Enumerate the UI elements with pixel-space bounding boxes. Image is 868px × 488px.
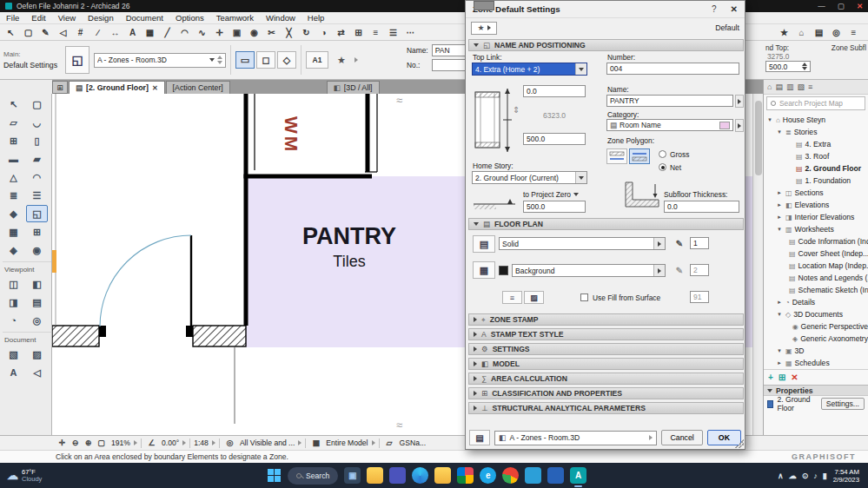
project-map-search[interactable]: Search Project Map [766, 96, 865, 110]
organizer-icon[interactable]: ≡ [845, 25, 862, 39]
arc-tool-icon[interactable]: ◠ [176, 25, 193, 39]
onedrive-icon[interactable] [547, 467, 564, 484]
fill-type-button[interactable]: ▤ [473, 235, 495, 253]
tree-item[interactable]: ▾ ◇ 3D Documents [765, 308, 868, 320]
onedrive-tray-icon[interactable]: ☁ [789, 472, 797, 480]
rotate-icon[interactable]: ↻ [298, 25, 315, 39]
scale-value[interactable]: 1:48 [194, 439, 209, 447]
cover-fill-hatch-button[interactable]: ▨ [524, 291, 544, 304]
volume-icon[interactable]: ♪ [813, 472, 818, 480]
layouts-icon[interactable]: ▤ [811, 25, 827, 39]
zone-number-field[interactable]: 004 [606, 63, 739, 75]
subfloor-thickness-field[interactable]: 0.0 [664, 201, 739, 213]
layer-combination-value[interactable]: All Visible and ... [240, 439, 295, 447]
fill-pattern-dropdown[interactable]: Solid [499, 237, 666, 250]
zoom-in-icon[interactable]: ⊕ [82, 438, 95, 449]
file-explorer-icon[interactable] [367, 467, 383, 484]
tree-expand-icon[interactable]: ▾ [776, 226, 783, 233]
dialog-close-icon[interactable]: ✕ [731, 4, 738, 14]
default-settings-label[interactable]: Default Settings [3, 61, 61, 69]
section-name-and-positioning[interactable]: ◱NAME AND POSITIONING [468, 39, 744, 51]
add-palette-icon[interactable]: + [768, 373, 773, 382]
tree-expand-icon[interactable]: ▾ [766, 116, 773, 123]
category-dropdown[interactable]: ▤ Room Name [606, 119, 733, 131]
archicad-icon[interactable]: A [570, 467, 586, 484]
transfer-settings-button[interactable]: ▤ [469, 430, 490, 445]
story-settings-button[interactable]: Settings... [821, 398, 865, 410]
menu-item[interactable]: Help [301, 13, 331, 23]
menu-item[interactable]: Options [169, 13, 210, 23]
collapsed-section-header[interactable]: ⊥STRUCTURAL ANALYTICAL PARAMETERS [468, 402, 744, 414]
minimize-button[interactable]: — [818, 2, 825, 10]
taskbar-clock[interactable]: 7:54 AM 2/9/2023 [833, 468, 859, 484]
camera-icon[interactable]: ◉ [246, 25, 262, 39]
dimension-icon[interactable]: ↔ [107, 25, 123, 39]
network-icon[interactable]: ⊙ [802, 472, 809, 480]
view-map-icon[interactable]: ▥ [786, 82, 794, 91]
elevation-tool-icon[interactable]: ◧ [26, 275, 48, 293]
tree-item[interactable]: ▤ Notes and Legends (... [765, 272, 868, 284]
tree-item[interactable]: ▤ Code Information (Inde... [765, 235, 868, 247]
tree-item[interactable]: ▤ Cover Sheet (Indep... [765, 247, 868, 260]
tab-close-icon[interactable]: ✕ [152, 84, 158, 92]
fit-in-window-icon[interactable]: ▢ [95, 438, 108, 449]
background-pen-dropdown[interactable]: Background [512, 264, 666, 277]
tree-expand-icon[interactable]: ▸ [776, 299, 783, 306]
top-link-dropdown[interactable]: 4. Extra (Home + 2) [472, 63, 587, 76]
group-icon[interactable]: ⊞ [350, 25, 367, 39]
taskbar-search[interactable]: Search [288, 467, 338, 485]
menu-item[interactable]: File [0, 13, 25, 23]
close-palette-icon[interactable]: ✕ [791, 373, 798, 382]
column-tool-icon[interactable]: ▯ [26, 132, 48, 149]
marquee-tool-icon[interactable]: ▢ [26, 96, 48, 113]
dialog-titlebar[interactable]: Zone Default Settings ? ✕ [466, 1, 745, 18]
layer-dropdown[interactable]: ◧ A - Zones - Room.3D [494, 431, 657, 445]
layout-book-icon[interactable]: ▧ [797, 82, 805, 91]
grid-tool-icon[interactable]: ⊞ [26, 223, 48, 241]
figure-tool-icon[interactable]: ▧ [3, 346, 24, 363]
folder-icon[interactable] [434, 467, 451, 484]
home-story-dropdown[interactable]: 2. Ground Floor (Current) [472, 171, 587, 184]
name-options-button[interactable] [735, 95, 744, 108]
tree-item[interactable]: ▸ ▦ Schedules [765, 357, 868, 369]
zone-number-field[interactable] [432, 59, 468, 71]
cover-pen-swatch[interactable] [474, 1, 494, 10]
project-zero-field[interactable]: 500.0 [523, 201, 586, 213]
camera-tool-icon[interactable]: ◎ [26, 312, 48, 329]
background-pen-field[interactable]: 2 [690, 264, 709, 276]
more-options-icon[interactable]: ⋯ [402, 25, 419, 39]
favorites-icon[interactable]: ★ [776, 25, 792, 39]
tree-expand-icon[interactable]: ▸ [776, 214, 783, 221]
layers-panel-icon[interactable]: ≡ [368, 25, 384, 39]
collapsed-section-header[interactable]: ASTAMP TEXT STYLE [468, 328, 744, 340]
dialog-resize-grip[interactable] [735, 439, 744, 448]
tree-expand-icon[interactable]: ▾ [776, 311, 783, 318]
renovation-filter-value[interactable]: GSNa... [400, 439, 427, 447]
zoom-out-icon[interactable]: ⊖ [69, 438, 82, 449]
collapsed-section-header[interactable]: ⚙SETTINGS [468, 343, 744, 355]
hidden-icons-chevron[interactable]: ∧ [778, 472, 784, 480]
task-view-icon[interactable]: ▣ [344, 467, 361, 484]
collapsed-section-header[interactable]: ◧MODEL [468, 358, 744, 370]
home-story-icon[interactable]: ⌂ [793, 25, 810, 39]
door-tool-icon[interactable]: ◡ [26, 114, 48, 131]
pen-icon[interactable]: ✎ [37, 25, 54, 39]
battery-icon[interactable]: ▮ [823, 472, 827, 480]
project-chooser-icon[interactable]: ⌂ [767, 82, 772, 91]
trim-icon[interactable]: ✂ [263, 25, 280, 39]
zone-tool-icon[interactable]: ◱ [26, 205, 48, 222]
tree-expand-icon[interactable]: ▸ [776, 189, 783, 196]
wall-tool-icon[interactable]: ▱ [3, 114, 24, 131]
collapsed-section-header[interactable]: ⌖ZONE STAMP [468, 313, 744, 326]
reference-level-label[interactable]: to Project Zero [523, 190, 579, 199]
snap-grid-icon[interactable]: # [72, 25, 89, 39]
zone-tool-settings-button[interactable]: ◱ [65, 46, 89, 74]
bottom-elevation-field[interactable]: 500.0 [523, 133, 586, 145]
morph-tool-icon[interactable]: ◆ [3, 205, 24, 222]
tree-item[interactable]: ◈ Generic Axonometry [765, 333, 868, 345]
mesh-tool-icon[interactable]: ▦ [3, 223, 24, 241]
menu-item[interactable]: Document [120, 13, 169, 23]
zone-polygon-reference-button[interactable] [629, 148, 650, 164]
zone-stamp-angle-button[interactable]: A1 [306, 51, 328, 69]
start-button[interactable] [268, 469, 282, 483]
